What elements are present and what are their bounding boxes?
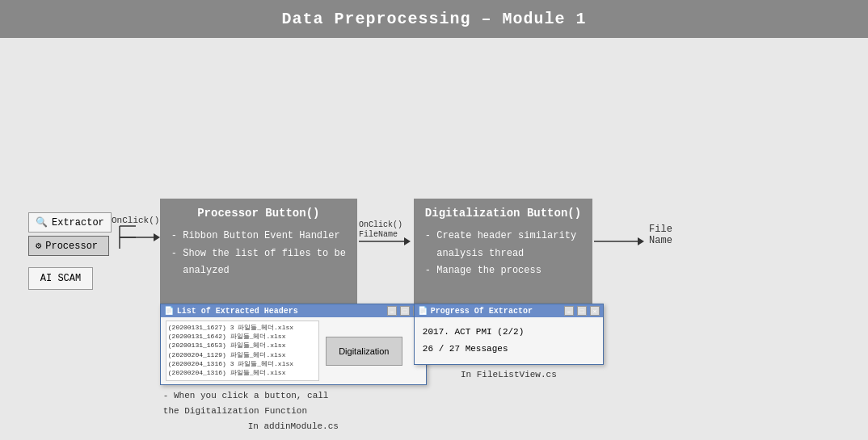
aiscam-box[interactable]: AI SCAM: [28, 267, 93, 290]
progress-icon: 📄: [418, 306, 428, 316]
processor-item-3: analyzed: [171, 262, 346, 280]
processor-item-2: - Show the list of files to be: [171, 245, 346, 263]
extractor-box[interactable]: 🔍 Extractor: [28, 212, 112, 233]
progress-close-btn[interactable]: ✕: [590, 306, 600, 316]
progress-titlebar: 📄 Progress Of Extractor – □ ✕: [415, 304, 603, 317]
connector-svg: OnClick(): [112, 215, 160, 279]
digit-item-1: - Create header similarity: [425, 228, 581, 245]
popup-body: (20200131_1627) 3 파일들_헤더.xlsx (20200131_…: [161, 317, 426, 384]
processor-box-content: - Ribbon Button Event Handler - Show the…: [171, 228, 346, 280]
svg-marker-9: [404, 237, 411, 245]
svg-text:OnClick(): OnClick(): [112, 216, 159, 225]
digit-box-title: Digitalization Button(): [425, 207, 581, 220]
file-item-3: (20200131_1653) 파일들_헤더.xlsx: [168, 341, 317, 350]
popup-buttons: Digitalization: [326, 329, 402, 366]
extractor-label: Extractor: [52, 217, 104, 228]
progress-maximize-btn[interactable]: □: [577, 306, 587, 316]
main-container: Data Preprocessing – Module 1 🔍 Extracto…: [0, 0, 868, 440]
file-item-6: (20200204_1316) 파일들_헤더.xlsx: [168, 368, 317, 377]
processor-button-box: Processor Button() - Ribbon Button Event…: [160, 199, 357, 304]
middle-arrow-svg: OnClick() FileName: [357, 219, 414, 251]
right-arrow-svg: [592, 219, 649, 251]
left-section: 🔍 Extractor ⚙ Processor AI SCAM: [28, 212, 112, 290]
popup-title: List of Extracted Headers: [177, 307, 384, 316]
digit-item-3: - Manage the process: [425, 262, 581, 280]
popup-titlebar: 📄 List of Extracted Headers – □ ✕: [161, 304, 426, 317]
popup-maximize-btn[interactable]: □: [400, 306, 410, 316]
below-caption-line2: the Digitalization Function: [163, 404, 427, 419]
file-list-area: (20200131_1627) 3 파일들_헤더.xlsx (20200131_…: [166, 321, 319, 381]
digit-wrapper: Digitalization Button() - Create header …: [414, 199, 592, 304]
progress-popup: 📄 Progress Of Extractor – □ ✕ 2017. ACT …: [414, 304, 604, 379]
processor-item-1: - Ribbon Button Event Handler: [171, 228, 346, 245]
in-addin-label: In addinModule.cs: [160, 421, 427, 431]
progress-minimize-btn[interactable]: –: [564, 306, 574, 316]
progress-title: Progress Of Extractor: [431, 307, 561, 316]
svg-marker-11: [638, 237, 644, 245]
digit-box-content: - Create header similarity analysis thre…: [425, 228, 581, 280]
progress-line1: 2017. ACT PMI (2/2): [423, 324, 595, 341]
aiscam-label: AI SCAM: [40, 273, 81, 284]
filename-label: File Name: [649, 224, 672, 246]
processor-wrapper: Processor Button() - Ribbon Button Event…: [160, 199, 357, 304]
progress-body: 2017. ACT PMI (2/2) 26 / 27 Messages: [415, 317, 603, 364]
file-item-2: (20200131_1642) 파일들_헤더.xlsx: [168, 332, 317, 341]
filename-line1: File: [649, 224, 672, 235]
processor-box-title: Processor Button(): [171, 207, 346, 220]
main-flow: 🔍 Extractor ⚙ Processor AI SCAM: [16, 199, 852, 304]
svg-text:FileName: FileName: [359, 230, 398, 239]
processor-box-ui[interactable]: ⚙ Processor: [28, 236, 109, 256]
extracted-headers-popup: 📄 List of Extracted Headers – □ ✕ (20200…: [160, 304, 427, 431]
file-item-4: (20200204_1129) 파일들_헤더.xlsx: [168, 350, 317, 359]
gear-icon: ⚙: [36, 240, 41, 252]
file-item-5: (20200204_1316) 3 파일들_헤더.xlsx: [168, 359, 317, 368]
filename-line2: Name: [649, 235, 672, 246]
digit-button-box: Digitalization Button() - Create header …: [414, 199, 592, 304]
header-title: Data Preprocessing – Module 1: [281, 10, 586, 28]
below-caption: - When you click a button, call the Digi…: [160, 385, 427, 421]
processor-label: Processor: [45, 241, 98, 252]
svg-marker-4: [154, 233, 160, 241]
file-item-1: (20200131_1627) 3 파일들_헤더.xlsx: [168, 323, 317, 332]
below-caption-line1: - When you click a button, call: [163, 388, 427, 404]
svg-text:OnClick(): OnClick(): [359, 220, 402, 229]
page-header: Data Preprocessing – Module 1: [0, 0, 868, 38]
digit-item-2: analysis thread: [425, 245, 581, 263]
progress-line2: 26 / 27 Messages: [423, 341, 595, 358]
search-icon: 🔍: [36, 216, 48, 228]
popup-icon: 📄: [164, 306, 174, 316]
content-area: 🔍 Extractor ⚙ Processor AI SCAM: [0, 38, 868, 440]
popup-minimize-btn[interactable]: –: [387, 306, 397, 316]
digitalization-button[interactable]: Digitalization: [326, 337, 402, 366]
in-filelist-label: In FileListView.cs: [414, 365, 604, 379]
